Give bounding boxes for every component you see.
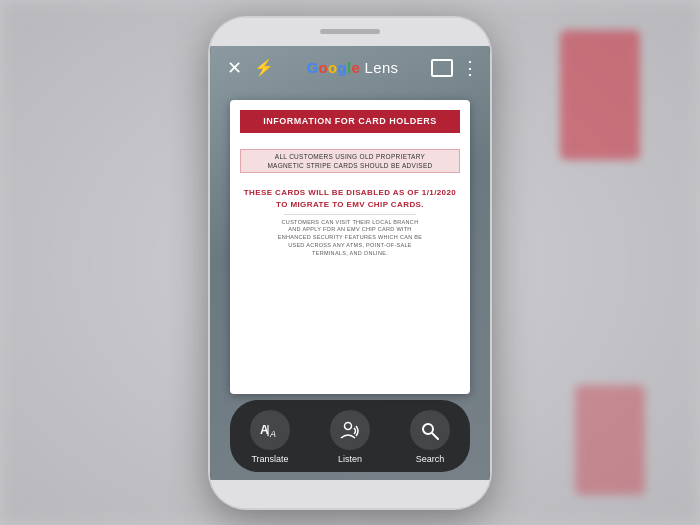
- listen-action[interactable]: Listen: [320, 408, 380, 466]
- background-card-top: [560, 30, 640, 160]
- phone-top-bar: [210, 18, 490, 46]
- flash-icon[interactable]: ⚡: [254, 58, 274, 77]
- lens-topbar: ✕ ⚡ Google Lens ⋮: [210, 46, 490, 90]
- search-action[interactable]: Search: [400, 408, 460, 466]
- search-label: Search: [416, 454, 445, 464]
- gallery-icon[interactable]: [431, 59, 453, 77]
- scanned-document-card: INFORMATION FOR CARD HOLDERS ALL CUSTOME…: [230, 100, 470, 394]
- phone-shell: ✕ ⚡ Google Lens ⋮ INFORMATION FOR CARD H…: [210, 18, 490, 508]
- svg-point-3: [345, 422, 352, 429]
- translate-icon-circle: A A: [250, 410, 290, 450]
- card-header: INFORMATION FOR CARD HOLDERS: [240, 110, 460, 134]
- search-icon-circle: [410, 410, 450, 450]
- card-middle-text: THESE CARDS WILL BE DISABLED AS OF 1/1/2…: [240, 187, 460, 209]
- card-divider: [284, 214, 416, 215]
- svg-text:A: A: [269, 429, 276, 439]
- card-header-text: INFORMATION FOR CARD HOLDERS: [248, 116, 452, 128]
- listen-icon: [339, 420, 361, 440]
- translate-icon: A A: [259, 420, 281, 440]
- translate-action[interactable]: A A Translate: [240, 408, 300, 466]
- card-footer-text: CUSTOMERS CAN VISIT THEIR LOCAL BRANCH A…: [242, 219, 458, 257]
- phone-screen: ✕ ⚡ Google Lens ⋮ INFORMATION FOR CARD H…: [210, 46, 490, 480]
- close-icon[interactable]: ✕: [222, 57, 246, 79]
- app-title: Google Lens: [274, 59, 431, 76]
- listen-label: Listen: [338, 454, 362, 464]
- more-options-icon[interactable]: ⋮: [461, 57, 478, 79]
- phone-speaker: [320, 29, 380, 34]
- phone-bottom-bar: [210, 480, 490, 508]
- listen-icon-circle: [330, 410, 370, 450]
- card-advisory-text: ALL CUSTOMERS USING OLD PROPRIETARY MAGN…: [240, 149, 460, 173]
- background-card-bottom: [575, 385, 645, 495]
- lens-action-bar: A A Translate Listen: [230, 400, 470, 472]
- search-icon: [419, 420, 441, 440]
- translate-label: Translate: [251, 454, 288, 464]
- svg-line-5: [432, 433, 438, 439]
